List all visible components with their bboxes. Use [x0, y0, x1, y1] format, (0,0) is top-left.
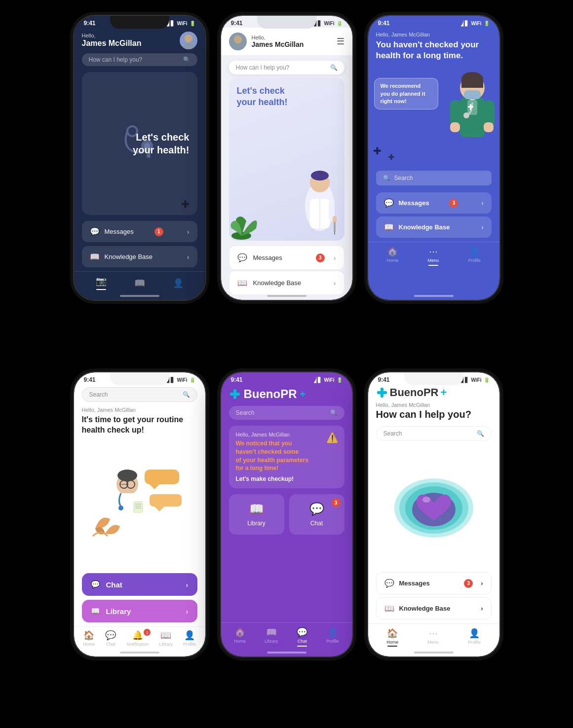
p4-greeting: Hello, James McGillan — [74, 405, 205, 415]
svg-point-7 — [234, 36, 242, 43]
p2-chevron-1: › — [334, 254, 336, 262]
p5-notif-action[interactable]: Let's make checkup! — [236, 475, 338, 482]
p6-messages-badge: 3 — [464, 579, 473, 588]
hamburger-icon[interactable]: ☰ — [337, 36, 344, 47]
battery-icon-4: 🔋 — [190, 377, 195, 383]
p2-menu: 💬 Messages 3 › 📖 Knowledge Base › — [221, 244, 352, 300]
p5-search-placeholder: Search — [236, 409, 255, 416]
p1-home-indicator — [120, 295, 159, 297]
p3-nav-menu[interactable]: ⋯ Menu — [427, 246, 439, 266]
p2-messages-item[interactable]: 💬 Messages 3 › — [229, 246, 344, 270]
p1-name: James McGillan — [82, 38, 142, 49]
plus-icon: ✚ — [181, 198, 190, 210]
svg-rect-15 — [333, 216, 337, 223]
p4-search[interactable]: Search 🔍 — [82, 387, 197, 402]
notch-1 — [110, 16, 169, 29]
p5-library-card[interactable]: 📖 Library — [229, 494, 284, 535]
p2-search[interactable]: How can I help you? 🔍 — [229, 61, 344, 74]
p4-home-nav-icon: 🏠 — [83, 630, 94, 641]
p5-notif-text: We noticed that youhaven't checked someo… — [236, 439, 338, 473]
p6-logo-text: BuenoPR — [390, 386, 439, 399]
p4-profile-nav-icon: 👤 — [184, 630, 195, 641]
svg-rect-25 — [484, 122, 494, 132]
p4-library-button[interactable]: 📖 Library › — [82, 600, 197, 622]
p3-nav-profile[interactable]: 👤 Profile — [468, 246, 481, 266]
p6-home-indicator — [414, 652, 454, 654]
p4-chat-icon: 💬 — [91, 580, 100, 589]
p6-nav-menu[interactable]: ⋯ Menu — [427, 628, 439, 647]
p3-speech-bubble: We recommend you do planned it right now… — [374, 78, 438, 109]
p4-chat-button[interactable]: 💬 Chat › — [82, 573, 197, 596]
p1-messages-badge: 1 — [154, 227, 163, 236]
p4-nav-home-label: Home — [83, 642, 95, 647]
p2-knowledge-icon: 📖 — [237, 278, 247, 288]
p6-knowledge-label: Knowledge Base — [399, 605, 451, 612]
svg-marker-37 — [154, 507, 164, 511]
phone-5: 9:41 ▋▋▋ WiFi 🔋 BuenoPR + Search 🔍 — [220, 371, 353, 657]
p6-logo-icon — [376, 387, 388, 399]
p3-knowledge-item[interactable]: 📖 Knowledge Base › — [376, 217, 492, 238]
p4-nav-notification[interactable]: 🔔 1 Notification — [127, 630, 149, 647]
p2-header: Hello, James McGillan ☰ — [221, 28, 352, 56]
home-nav-icon: 📷 — [96, 276, 107, 287]
p1-knowledge-item[interactable]: 📖 Knowledge Base › — [82, 246, 197, 267]
p5-search[interactable]: Search 🔍 — [229, 406, 344, 420]
p4-library-label: Library — [106, 607, 131, 616]
p6-nav-home[interactable]: 🏠 Home — [386, 628, 398, 647]
p5-home-nav-icon: 🏠 — [234, 627, 245, 638]
p6-nav-profile-label: Profile — [468, 640, 481, 645]
svg-rect-50 — [230, 393, 240, 396]
p3-messages-item[interactable]: 💬 Messages 3 › — [376, 192, 492, 214]
p5-nav-profile[interactable]: 👤 Profile — [326, 627, 339, 647]
battery-icon-3: 🔋 — [484, 21, 490, 26]
p2-knowledge-item[interactable]: 📖 Knowledge Base › — [229, 271, 344, 295]
wifi-icon-3: WiFi — [471, 21, 481, 26]
p5-nav-home-label: Home — [234, 639, 246, 644]
p5-library-label: Library — [247, 520, 266, 527]
svg-point-1 — [183, 43, 194, 49]
p6-knowledge-item[interactable]: 📖 Knowledge Base › — [376, 597, 492, 619]
p1-nav-book[interactable]: 📖 — [134, 278, 145, 289]
p4-nav-profile[interactable]: 👤 Profile — [183, 630, 196, 647]
p5-library-icon: 📖 — [249, 502, 264, 516]
p1-header-text: Hello, James McGillan — [82, 33, 142, 49]
p1-nav-home[interactable]: 📷 — [96, 276, 107, 290]
status-time-5: 9:41 — [231, 376, 243, 383]
p4-nav-chat[interactable]: 💬 Chat — [105, 630, 116, 647]
p1-nav-profile[interactable]: 👤 — [173, 278, 184, 289]
p6-search[interactable]: Search 🔍 — [376, 426, 492, 441]
messages-icon: 💬 — [90, 227, 100, 236]
svg-point-28 — [463, 112, 469, 118]
p2-avatar — [229, 33, 247, 50]
p2-avatar-image — [229, 33, 247, 50]
p3-knowledge-label: Knowledge Base — [399, 223, 450, 231]
wifi-icon-5: WiFi — [324, 377, 334, 383]
p4-notif-badge: 1 — [144, 629, 151, 636]
p6-nav-profile[interactable]: 👤 Profile — [468, 628, 481, 647]
p5-nav-library[interactable]: 📖 Library — [265, 627, 278, 647]
p3-nav-home[interactable]: 🏠 Home — [386, 246, 398, 266]
p5-chat-icon: 💬 — [309, 502, 324, 516]
p4-search-placeholder: Search — [89, 391, 108, 398]
p2-greeting: Hello, — [252, 35, 304, 40]
p3-search[interactable]: 🔍 Search — [376, 171, 492, 185]
p3-knowledge-icon: 📖 — [384, 222, 394, 232]
battery-icon-2: 🔋 — [337, 21, 343, 26]
phone-3: 9:41 ▋▋▋ WiFi 🔋 Hello, James McGillan Yo… — [367, 15, 500, 301]
p5-chat-card[interactable]: 💬 3 Chat — [289, 494, 344, 535]
p1-search-icon: 🔍 — [183, 56, 191, 63]
p4-nav-home[interactable]: 🏠 Home — [83, 630, 95, 647]
p1-search[interactable]: How can I help you? 🔍 — [82, 53, 197, 66]
p5-nav-chat[interactable]: 💬 Chat — [297, 627, 307, 647]
p1-messages-item[interactable]: 💬 Messages 1 › — [82, 221, 197, 242]
p3-menu-icon: ⋯ — [429, 246, 438, 257]
p6-messages-item[interactable]: 💬 Messages 3 › — [376, 572, 492, 594]
svg-point-48 — [117, 470, 137, 481]
p4-nav-library[interactable]: 📖 Library — [159, 630, 173, 647]
p5-chat-nav-icon: 💬 — [297, 627, 307, 638]
p5-nav-home[interactable]: 🏠 Home — [234, 627, 246, 647]
p3-home-indicator — [414, 295, 454, 297]
wifi-icon-4: WiFi — [177, 377, 187, 383]
p3-nav-profile-label: Profile — [468, 258, 481, 263]
phones-row-2: 9:41 ▋▋▋ WiFi 🔋 Search 🔍 Hello, James Mc… — [10, 371, 563, 657]
